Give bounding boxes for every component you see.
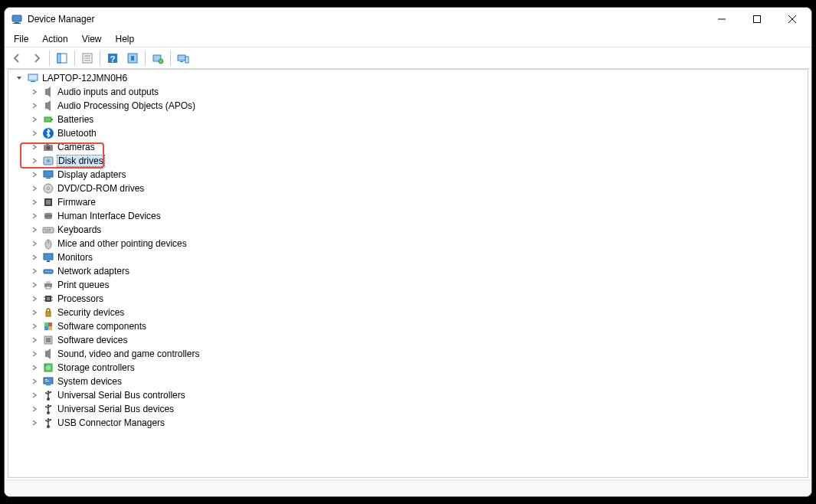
maximize-button[interactable] [739,8,775,31]
show-hide-tree-button[interactable] [53,49,71,67]
chevron-right-icon[interactable] [30,294,39,303]
tree-node[interactable]: System devices [8,375,808,388]
tree-node[interactable]: Batteries [8,113,808,126]
tree-node[interactable]: Print queues [8,278,808,292]
chevron-right-icon[interactable] [30,239,39,248]
forward-button[interactable] [28,49,46,67]
tree-node[interactable]: Cameras [8,140,808,154]
window-title: Device Manager [28,14,704,25]
tree-node[interactable]: USB Connector Managers [8,416,808,430]
chevron-right-icon[interactable] [30,349,39,358]
svg-rect-0 [12,15,21,21]
device-tree[interactable]: LAPTOP-12JMN0H6 Audio inputs and outputs… [8,69,808,478]
svg-rect-25 [45,103,48,109]
menu-file[interactable]: File [8,32,34,46]
chevron-right-icon[interactable] [30,280,39,290]
tree-node[interactable]: Disk drives [8,154,808,168]
svg-point-30 [47,146,51,150]
keyboard-icon [42,224,54,236]
tree-node[interactable]: Software devices [8,333,808,347]
tree-node[interactable]: Audio Processing Objects (APOs) [8,99,808,113]
dvd-icon [42,182,54,195]
chevron-right-icon[interactable] [30,170,39,179]
usb-icon [42,417,54,429]
menu-view[interactable]: View [76,32,108,46]
tree-node-label: Security devices [57,307,124,318]
close-button[interactable] [775,8,810,31]
svg-point-53 [45,271,47,273]
toolbar-separator [49,51,50,66]
tree-node[interactable]: Firmware [8,195,808,209]
chevron-right-icon[interactable] [30,142,39,152]
chevron-right-icon[interactable] [30,308,39,317]
tree-node[interactable]: Audio inputs and outputs [8,85,808,99]
tree-node[interactable]: Keyboards [8,223,808,237]
back-button[interactable] [8,49,26,67]
chevron-right-icon[interactable] [30,225,39,234]
chevron-right-icon[interactable] [30,253,39,262]
svg-rect-71 [46,338,51,342]
tree-node[interactable]: Storage controllers [8,361,808,375]
app-icon [11,13,23,25]
svg-rect-65 [46,312,51,316]
svg-rect-57 [46,281,51,283]
chevron-right-icon[interactable] [30,363,39,372]
chevron-right-icon[interactable] [30,101,39,110]
tree-node[interactable]: Universal Serial Bus devices [8,402,808,416]
chevron-right-icon[interactable] [30,377,39,386]
chevron-right-icon[interactable] [30,267,39,276]
tree-root-node[interactable]: LAPTOP-12JMN0H6 [8,71,808,85]
chevron-right-icon[interactable] [30,404,39,414]
chevron-right-icon[interactable] [30,115,39,124]
help-button[interactable]: ? [103,49,122,67]
tree-node[interactable]: Bluetooth [8,126,808,140]
chevron-right-icon[interactable] [30,322,39,331]
toolbar: ? [5,47,811,69]
svg-rect-82 [50,391,51,393]
tree-node[interactable]: Mice and other pointing devices [8,237,808,250]
chevron-right-icon[interactable] [30,418,39,427]
svg-rect-27 [51,119,53,120]
svg-point-81 [45,392,47,394]
devices-button[interactable] [174,49,192,67]
tree-node-label: Software devices [57,335,127,345]
properties-button[interactable] [78,49,97,67]
svg-rect-60 [47,297,50,300]
chevron-right-icon[interactable] [30,184,39,193]
svg-rect-66 [44,322,48,326]
tree-node[interactable]: Security devices [8,306,808,319]
tree-node[interactable]: Universal Serial Bus controllers [8,388,808,402]
tree-node[interactable]: DVD/CD-ROM drives [8,182,808,195]
chevron-right-icon[interactable] [30,156,39,165]
scan-hardware-button[interactable] [149,49,167,67]
printer-icon [42,279,54,291]
tree-node[interactable]: Monitors [8,250,808,264]
menu-help[interactable]: Help [110,32,141,46]
chevron-right-icon[interactable] [30,198,39,207]
tree-node[interactable]: Software components [8,319,808,333]
svg-rect-67 [48,322,52,326]
tree-node[interactable]: Sound, video and game controllers [8,347,808,361]
chevron-right-icon[interactable] [30,129,39,138]
svg-rect-69 [48,326,52,330]
tree-node-label: Storage controllers [57,362,135,373]
svg-point-38 [48,188,50,190]
chevron-right-icon[interactable] [30,391,39,400]
chevron-right-icon[interactable] [30,87,39,97]
tree-node-label: Software components [57,321,146,332]
tree-node[interactable]: Processors [8,292,808,306]
toolbar-separator [170,51,171,66]
svg-rect-78 [46,385,51,385]
tree-node-label: LAPTOP-12JMN0H6 [42,73,127,83]
tree-node[interactable]: Human Interface Devices [8,209,808,223]
menu-action[interactable]: Action [36,32,74,46]
tree-node[interactable]: Display adapters [8,168,808,182]
chevron-right-icon[interactable] [30,211,39,221]
chevron-down-icon[interactable] [15,74,24,83]
tree-node-label: Universal Serial Bus controllers [57,390,185,401]
tree-node-label: Human Interface Devices [57,211,161,221]
minimize-button[interactable] [704,8,739,31]
chevron-right-icon[interactable] [30,335,39,345]
tree-node[interactable]: Network adapters [8,264,808,278]
action-button[interactable] [123,49,142,67]
